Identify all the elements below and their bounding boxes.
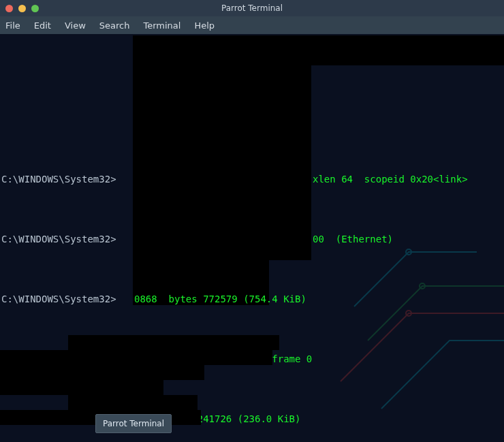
menu-terminal[interactable]: Terminal: [143, 20, 180, 31]
window-title: Parrot Terminal: [0, 3, 504, 13]
ghost-text: 00 (Ethernet): [313, 232, 393, 247]
titlebar: Parrot Terminal: [0, 0, 504, 16]
menubar: File Edit View Search Terminal Help: [0, 16, 504, 34]
tooltip-text: Parrot Terminal: [103, 419, 164, 428]
prompt-sys32: C:\WINDOWS\System32>: [1, 291, 116, 306]
ghost-text: xlen 64 scopeid 0x20<link>: [313, 172, 468, 187]
overlay-bg-d: [0, 380, 163, 395]
ghost-text: 0868 bytes 772579 (754.4 KiB): [134, 291, 306, 306]
menu-search[interactable]: Search: [99, 20, 130, 31]
overlay-bg-a: [68, 335, 279, 350]
tooltip: Parrot Terminal: [95, 414, 172, 433]
menu-file[interactable]: File: [5, 20, 20, 31]
prompt-sys32: C:\WINDOWS\System32>: [1, 232, 116, 247]
overlay-bg-e: [68, 395, 198, 410]
overlay-bg-c: [0, 365, 204, 380]
prompt-sys32: C:\WINDOWS\System32>: [1, 172, 116, 187]
menu-edit[interactable]: Edit: [34, 20, 51, 31]
terminal-output[interactable]: C:\WINDOWS\System32> xlen 64 scopeid 0x2…: [0, 34, 504, 442]
menu-view[interactable]: View: [65, 20, 86, 31]
overlay-bg-top-ext: [311, 35, 504, 65]
overlay-bg-top: [133, 35, 311, 260]
menu-help[interactable]: Help: [194, 20, 215, 31]
overlay-bg-b: [0, 350, 272, 365]
